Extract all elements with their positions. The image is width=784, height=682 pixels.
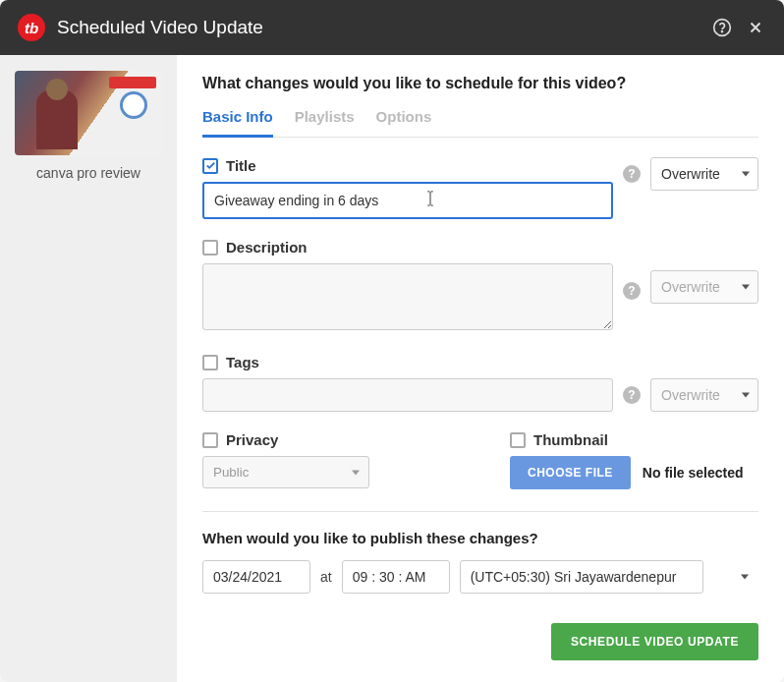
modal-title: Scheduled Video Update [57, 17, 700, 38]
tags-mode-select[interactable]: Overwrite [650, 378, 758, 412]
publish-date-input[interactable] [202, 560, 310, 594]
privacy-select[interactable]: Public [202, 456, 369, 488]
schedule-update-button[interactable]: SCHEDULE VIDEO UPDATE [551, 623, 758, 660]
description-mode-select[interactable]: Overwrite [650, 270, 758, 304]
tags-help-icon[interactable]: ? [623, 386, 641, 404]
tab-options[interactable]: Options [376, 108, 432, 138]
timezone-select[interactable]: (UTC+05:30) Sri Jayawardenepur [460, 560, 703, 594]
title-mode-select[interactable]: Overwrite [650, 157, 758, 191]
svg-point-0 [714, 20, 731, 36]
close-icon[interactable] [745, 17, 766, 38]
divider [202, 511, 758, 512]
description-label: Description [226, 239, 308, 256]
at-label: at [320, 569, 332, 585]
svg-point-1 [722, 31, 723, 32]
modal-header: tb Scheduled Video Update [0, 0, 784, 55]
video-name-label: canva pro review [12, 165, 165, 181]
tab-playlists[interactable]: Playlists [295, 108, 355, 138]
thumbnail-label: Thumbnail [533, 431, 608, 448]
video-sidebar: canva pro review [0, 55, 177, 682]
title-label: Title [226, 157, 256, 174]
form-question: What changes would you like to schedule … [202, 75, 758, 92]
scheduled-update-modal: tb Scheduled Video Update canva pro revi… [0, 0, 784, 682]
title-input[interactable] [202, 182, 613, 219]
privacy-label: Privacy [226, 431, 278, 448]
form-panel: What changes would you like to schedule … [177, 55, 784, 682]
privacy-checkbox[interactable] [202, 432, 218, 448]
title-help-icon[interactable]: ? [623, 165, 641, 183]
help-icon[interactable] [711, 17, 733, 38]
tags-checkbox[interactable] [202, 355, 218, 370]
title-checkbox[interactable] [202, 158, 218, 174]
description-help-icon[interactable]: ? [623, 282, 641, 300]
choose-file-button[interactable]: CHOOSE FILE [510, 456, 631, 489]
thumbnail-checkbox[interactable] [510, 432, 526, 448]
tags-input[interactable] [202, 378, 613, 412]
description-input[interactable] [202, 263, 613, 330]
publish-question: When would you like to publish these cha… [202, 530, 758, 546]
publish-time-input[interactable] [342, 560, 450, 594]
video-thumbnail [15, 71, 162, 155]
description-checkbox[interactable] [202, 240, 218, 256]
tabs: Basic Info Playlists Options [202, 108, 758, 138]
tags-label: Tags [226, 354, 259, 370]
app-logo-icon: tb [18, 14, 45, 41]
file-status-label: No file selected [643, 465, 744, 481]
tab-basic-info[interactable]: Basic Info [202, 108, 273, 138]
